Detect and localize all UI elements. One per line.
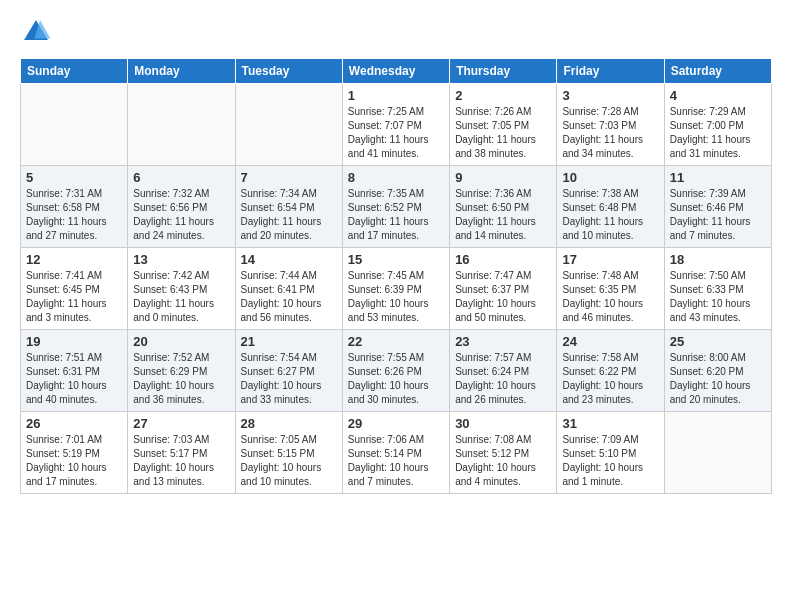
calendar-cell: 8Sunrise: 7:35 AMSunset: 6:52 PMDaylight… xyxy=(342,166,449,248)
day-number: 17 xyxy=(562,252,658,267)
calendar-cell: 16Sunrise: 7:47 AMSunset: 6:37 PMDayligh… xyxy=(450,248,557,330)
calendar-cell xyxy=(235,84,342,166)
weekday-header-monday: Monday xyxy=(128,59,235,84)
day-info: Sunrise: 7:03 AMSunset: 5:17 PMDaylight:… xyxy=(133,433,229,489)
calendar-cell: 10Sunrise: 7:38 AMSunset: 6:48 PMDayligh… xyxy=(557,166,664,248)
day-number: 27 xyxy=(133,416,229,431)
day-number: 9 xyxy=(455,170,551,185)
day-number: 13 xyxy=(133,252,229,267)
day-number: 31 xyxy=(562,416,658,431)
day-info: Sunrise: 7:25 AMSunset: 7:07 PMDaylight:… xyxy=(348,105,444,161)
day-info: Sunrise: 7:50 AMSunset: 6:33 PMDaylight:… xyxy=(670,269,766,325)
weekday-header-tuesday: Tuesday xyxy=(235,59,342,84)
day-info: Sunrise: 7:38 AMSunset: 6:48 PMDaylight:… xyxy=(562,187,658,243)
day-info: Sunrise: 7:44 AMSunset: 6:41 PMDaylight:… xyxy=(241,269,337,325)
day-number: 20 xyxy=(133,334,229,349)
day-number: 11 xyxy=(670,170,766,185)
day-info: Sunrise: 7:06 AMSunset: 5:14 PMDaylight:… xyxy=(348,433,444,489)
day-info: Sunrise: 7:01 AMSunset: 5:19 PMDaylight:… xyxy=(26,433,122,489)
day-number: 30 xyxy=(455,416,551,431)
day-info: Sunrise: 7:47 AMSunset: 6:37 PMDaylight:… xyxy=(455,269,551,325)
weekday-header-friday: Friday xyxy=(557,59,664,84)
day-info: Sunrise: 7:32 AMSunset: 6:56 PMDaylight:… xyxy=(133,187,229,243)
day-number: 19 xyxy=(26,334,122,349)
day-number: 10 xyxy=(562,170,658,185)
day-number: 26 xyxy=(26,416,122,431)
day-number: 23 xyxy=(455,334,551,349)
calendar-cell: 11Sunrise: 7:39 AMSunset: 6:46 PMDayligh… xyxy=(664,166,771,248)
logo xyxy=(20,16,58,48)
day-info: Sunrise: 7:57 AMSunset: 6:24 PMDaylight:… xyxy=(455,351,551,407)
day-info: Sunrise: 7:55 AMSunset: 6:26 PMDaylight:… xyxy=(348,351,444,407)
day-number: 2 xyxy=(455,88,551,103)
day-info: Sunrise: 7:09 AMSunset: 5:10 PMDaylight:… xyxy=(562,433,658,489)
day-number: 14 xyxy=(241,252,337,267)
weekday-header-wednesday: Wednesday xyxy=(342,59,449,84)
day-number: 25 xyxy=(670,334,766,349)
calendar-cell: 6Sunrise: 7:32 AMSunset: 6:56 PMDaylight… xyxy=(128,166,235,248)
calendar-table: SundayMondayTuesdayWednesdayThursdayFrid… xyxy=(20,58,772,494)
day-info: Sunrise: 7:52 AMSunset: 6:29 PMDaylight:… xyxy=(133,351,229,407)
calendar-cell: 5Sunrise: 7:31 AMSunset: 6:58 PMDaylight… xyxy=(21,166,128,248)
day-info: Sunrise: 7:54 AMSunset: 6:27 PMDaylight:… xyxy=(241,351,337,407)
day-number: 12 xyxy=(26,252,122,267)
day-info: Sunrise: 7:31 AMSunset: 6:58 PMDaylight:… xyxy=(26,187,122,243)
calendar-cell: 28Sunrise: 7:05 AMSunset: 5:15 PMDayligh… xyxy=(235,412,342,494)
day-info: Sunrise: 7:08 AMSunset: 5:12 PMDaylight:… xyxy=(455,433,551,489)
day-number: 16 xyxy=(455,252,551,267)
day-info: Sunrise: 7:26 AMSunset: 7:05 PMDaylight:… xyxy=(455,105,551,161)
calendar-cell: 22Sunrise: 7:55 AMSunset: 6:26 PMDayligh… xyxy=(342,330,449,412)
logo-icon xyxy=(20,16,52,48)
weekday-header-sunday: Sunday xyxy=(21,59,128,84)
calendar-cell: 21Sunrise: 7:54 AMSunset: 6:27 PMDayligh… xyxy=(235,330,342,412)
day-number: 4 xyxy=(670,88,766,103)
page-header xyxy=(20,16,772,48)
calendar-cell: 26Sunrise: 7:01 AMSunset: 5:19 PMDayligh… xyxy=(21,412,128,494)
calendar-cell xyxy=(128,84,235,166)
day-info: Sunrise: 7:36 AMSunset: 6:50 PMDaylight:… xyxy=(455,187,551,243)
calendar-cell xyxy=(664,412,771,494)
calendar-week-2: 5Sunrise: 7:31 AMSunset: 6:58 PMDaylight… xyxy=(21,166,772,248)
calendar-cell: 1Sunrise: 7:25 AMSunset: 7:07 PMDaylight… xyxy=(342,84,449,166)
day-number: 1 xyxy=(348,88,444,103)
day-info: Sunrise: 7:39 AMSunset: 6:46 PMDaylight:… xyxy=(670,187,766,243)
calendar-cell: 29Sunrise: 7:06 AMSunset: 5:14 PMDayligh… xyxy=(342,412,449,494)
day-info: Sunrise: 7:05 AMSunset: 5:15 PMDaylight:… xyxy=(241,433,337,489)
calendar-week-3: 12Sunrise: 7:41 AMSunset: 6:45 PMDayligh… xyxy=(21,248,772,330)
calendar-cell: 24Sunrise: 7:58 AMSunset: 6:22 PMDayligh… xyxy=(557,330,664,412)
day-number: 24 xyxy=(562,334,658,349)
calendar-cell: 2Sunrise: 7:26 AMSunset: 7:05 PMDaylight… xyxy=(450,84,557,166)
day-info: Sunrise: 7:35 AMSunset: 6:52 PMDaylight:… xyxy=(348,187,444,243)
weekday-header-saturday: Saturday xyxy=(664,59,771,84)
calendar-week-1: 1Sunrise: 7:25 AMSunset: 7:07 PMDaylight… xyxy=(21,84,772,166)
calendar-cell: 20Sunrise: 7:52 AMSunset: 6:29 PMDayligh… xyxy=(128,330,235,412)
day-info: Sunrise: 7:28 AMSunset: 7:03 PMDaylight:… xyxy=(562,105,658,161)
calendar-cell: 12Sunrise: 7:41 AMSunset: 6:45 PMDayligh… xyxy=(21,248,128,330)
calendar-cell: 30Sunrise: 7:08 AMSunset: 5:12 PMDayligh… xyxy=(450,412,557,494)
day-info: Sunrise: 7:58 AMSunset: 6:22 PMDaylight:… xyxy=(562,351,658,407)
day-number: 18 xyxy=(670,252,766,267)
day-number: 21 xyxy=(241,334,337,349)
calendar-week-4: 19Sunrise: 7:51 AMSunset: 6:31 PMDayligh… xyxy=(21,330,772,412)
day-info: Sunrise: 7:34 AMSunset: 6:54 PMDaylight:… xyxy=(241,187,337,243)
day-number: 22 xyxy=(348,334,444,349)
calendar-cell: 13Sunrise: 7:42 AMSunset: 6:43 PMDayligh… xyxy=(128,248,235,330)
day-number: 8 xyxy=(348,170,444,185)
calendar-week-5: 26Sunrise: 7:01 AMSunset: 5:19 PMDayligh… xyxy=(21,412,772,494)
calendar-cell: 19Sunrise: 7:51 AMSunset: 6:31 PMDayligh… xyxy=(21,330,128,412)
day-info: Sunrise: 7:48 AMSunset: 6:35 PMDaylight:… xyxy=(562,269,658,325)
calendar-header-row: SundayMondayTuesdayWednesdayThursdayFrid… xyxy=(21,59,772,84)
day-number: 6 xyxy=(133,170,229,185)
day-info: Sunrise: 7:42 AMSunset: 6:43 PMDaylight:… xyxy=(133,269,229,325)
calendar-cell: 27Sunrise: 7:03 AMSunset: 5:17 PMDayligh… xyxy=(128,412,235,494)
day-info: Sunrise: 7:29 AMSunset: 7:00 PMDaylight:… xyxy=(670,105,766,161)
day-number: 7 xyxy=(241,170,337,185)
calendar-cell: 4Sunrise: 7:29 AMSunset: 7:00 PMDaylight… xyxy=(664,84,771,166)
calendar-cell: 17Sunrise: 7:48 AMSunset: 6:35 PMDayligh… xyxy=(557,248,664,330)
calendar-cell: 23Sunrise: 7:57 AMSunset: 6:24 PMDayligh… xyxy=(450,330,557,412)
day-number: 28 xyxy=(241,416,337,431)
calendar-cell: 18Sunrise: 7:50 AMSunset: 6:33 PMDayligh… xyxy=(664,248,771,330)
day-number: 3 xyxy=(562,88,658,103)
calendar-cell: 25Sunrise: 8:00 AMSunset: 6:20 PMDayligh… xyxy=(664,330,771,412)
calendar-cell: 3Sunrise: 7:28 AMSunset: 7:03 PMDaylight… xyxy=(557,84,664,166)
